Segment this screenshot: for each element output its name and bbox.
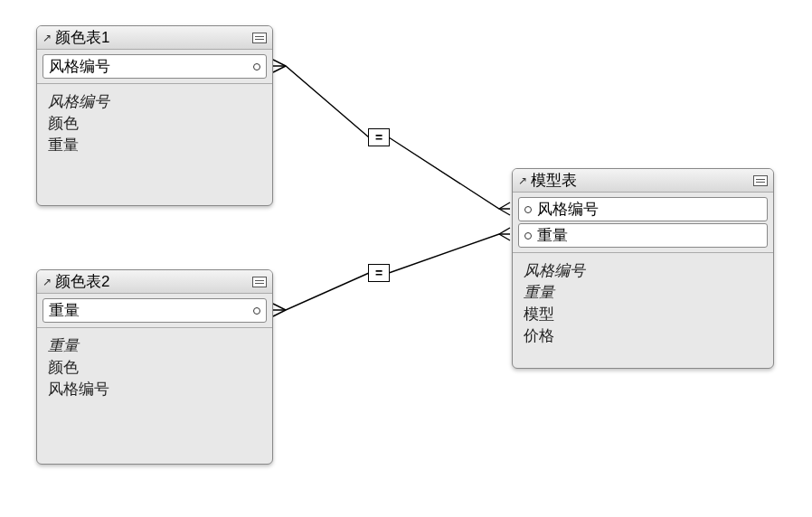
table-model-field-1[interactable]: 重量 [524,282,762,304]
relationship-operator-2-label: = [375,266,382,280]
table-color2[interactable]: ↗ 颜色表2 重量 重量 颜色 风格编号 [36,269,273,465]
table-color1-key-0-label: 风格编号 [49,56,253,77]
table-model-key-0[interactable]: 风格编号 [518,197,768,221]
table-color1[interactable]: ↗ 颜色表1 风格编号 风格编号 颜色 重量 [36,25,273,206]
table-color2-title: 颜色表2 [55,274,252,289]
table-color2-fields: 重量 颜色 风格编号 [37,332,272,408]
table-model[interactable]: ↗ 模型表 风格编号 重量 风格编号 重量 模型 价格 [512,168,774,369]
divider [37,327,272,328]
table-color1-titlebar[interactable]: ↗ 颜色表1 [37,26,272,50]
connector-dot-icon [524,206,532,213]
expand-arrow-icon: ↗ [42,276,55,288]
table-model-fields: 风格编号 重量 模型 价格 [513,257,773,354]
table-color2-field-2[interactable]: 风格编号 [48,379,261,400]
table-model-titlebar[interactable]: ↗ 模型表 [513,169,773,193]
table-color1-key-0[interactable]: 风格编号 [42,54,267,79]
table-color2-titlebar[interactable]: ↗ 颜色表2 [37,270,272,294]
divider [513,252,773,253]
table-color2-key-0[interactable]: 重量 [42,298,267,323]
table-color2-field-0[interactable]: 重量 [48,335,261,357]
table-color1-fields: 风格编号 颜色 重量 [37,88,272,164]
table-model-key-0-label: 风格编号 [537,199,761,220]
menu-icon[interactable] [252,277,267,287]
relationship-diagram-canvas: ↗ 颜色表1 风格编号 风格编号 颜色 重量 ↗ 颜色表2 重量 重量 颜色 风… [0,0,812,517]
table-model-key-1[interactable]: 重量 [518,223,768,248]
connector-dot-icon [524,232,532,240]
table-color2-key-0-label: 重量 [49,300,253,321]
table-color1-field-0[interactable]: 风格编号 [48,91,261,113]
table-color2-field-1[interactable]: 颜色 [48,357,261,379]
relationship-operator-1[interactable]: = [368,128,390,146]
connector-dot-icon [253,307,260,315]
divider [37,83,272,84]
table-model-field-2[interactable]: 模型 [524,304,762,325]
table-model-field-3[interactable]: 价格 [524,325,762,347]
table-model-field-0[interactable]: 风格编号 [524,260,762,282]
table-color1-field-1[interactable]: 颜色 [48,113,261,135]
connector-dot-icon [253,63,260,70]
relationship-operator-2[interactable]: = [368,264,390,282]
table-model-title: 模型表 [531,173,753,188]
table-model-key-1-label: 重量 [537,225,761,246]
expand-arrow-icon: ↗ [518,174,531,187]
table-color1-field-2[interactable]: 重量 [48,135,261,156]
table-color1-title: 颜色表1 [55,30,252,45]
menu-icon[interactable] [753,175,768,186]
relationship-operator-1-label: = [375,130,382,145]
menu-icon[interactable] [252,33,267,43]
expand-arrow-icon: ↗ [42,32,55,44]
